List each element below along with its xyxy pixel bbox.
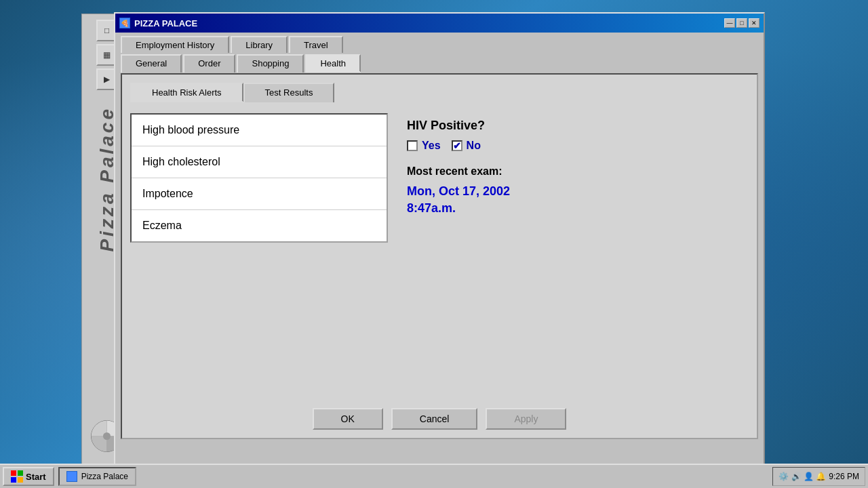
exam-section: Most recent exam: Mon, Oct 17, 2002 8:47…	[407, 165, 743, 217]
tab-shopping[interactable]: Shopping	[237, 54, 304, 73]
title-bar: 🍕 PIZZA PALACE — □ ✕	[115, 14, 764, 33]
condition-item-2[interactable]: Impotence	[132, 178, 387, 210]
exam-date: Mon, Oct 17, 2002 8:47a.m.	[407, 183, 743, 217]
title-bar-left: 🍕 PIZZA PALACE	[119, 18, 197, 28]
hiv-no-label: No	[467, 140, 481, 152]
health-content: High blood pressure High cholesterol Imp…	[130, 113, 749, 243]
minimize-button[interactable]: —	[724, 18, 735, 28]
taskbar-app-icon	[66, 471, 77, 482]
hiv-yes-checkbox[interactable]	[407, 140, 418, 151]
tab-employment-history[interactable]: Employment History	[121, 36, 229, 53]
taskbar-tray: ⚙️ 🔊 👤 🔔 9:26 PM	[772, 467, 865, 486]
restore-button[interactable]: □	[736, 18, 747, 28]
tab-health[interactable]: Health	[305, 54, 361, 73]
title-bar-buttons: — □ ✕	[724, 18, 760, 28]
tab-order[interactable]: Order	[183, 54, 235, 73]
taskbar: Start Pizza Palace ⚙️ 🔊 👤 🔔 9:26 PM	[0, 464, 868, 488]
exam-label: Most recent exam:	[407, 165, 743, 178]
conditions-list: High blood pressure High cholesterol Imp…	[130, 113, 388, 243]
close-button[interactable]: ✕	[749, 18, 760, 28]
svg-rect-4	[11, 477, 16, 483]
start-label: Start	[26, 472, 46, 482]
exam-date-line1: Mon, Oct 17, 2002	[407, 184, 510, 198]
tray-icons: ⚙️ 🔊 👤 🔔	[778, 472, 826, 481]
main-window: 🍕 PIZZA PALACE — □ ✕ Employment History …	[114, 12, 765, 473]
condition-item-3[interactable]: Eczema	[132, 210, 387, 241]
sub-tabs: Health Risk Alerts Test Results	[130, 83, 749, 102]
app-icon: 🍕	[119, 18, 130, 28]
start-button[interactable]: Start	[3, 467, 54, 486]
condition-item-1[interactable]: High cholesterol	[132, 146, 387, 178]
start-icon	[11, 470, 23, 483]
taskbar-app-label: Pizza Palace	[81, 472, 128, 481]
right-panel: HIV Positive? Yes ✔ No	[401, 113, 749, 243]
svg-rect-2	[11, 470, 16, 476]
hiv-label: HIV Positive?	[407, 119, 743, 133]
apply-button[interactable]: Apply	[486, 408, 566, 430]
sub-tab-health-risk-alerts[interactable]: Health Risk Alerts	[130, 83, 243, 102]
svg-rect-5	[18, 477, 23, 483]
tab-library[interactable]: Library	[231, 36, 288, 53]
hiv-no-checkbox[interactable]: ✔	[452, 140, 462, 151]
cancel-button[interactable]: Cancel	[391, 408, 478, 430]
ok-button[interactable]: OK	[313, 408, 383, 430]
window-title: PIZZA PALACE	[134, 18, 197, 28]
hiv-checkbox-row: Yes ✔ No	[407, 140, 743, 152]
tab-general[interactable]: General	[121, 54, 182, 73]
tab-travel[interactable]: Travel	[289, 36, 343, 53]
hiv-yes-label: Yes	[422, 140, 441, 152]
taskbar-time: 9:26 PM	[829, 472, 859, 481]
exam-date-line2: 8:47a.m.	[407, 201, 456, 215]
hiv-yes-item: Yes	[407, 140, 441, 152]
sub-tab-test-results[interactable]: Test Results	[243, 83, 335, 102]
hiv-section: HIV Positive? Yes ✔ No	[407, 119, 743, 152]
button-bar: OK Cancel Apply	[122, 408, 757, 430]
content-area: Health Risk Alerts Test Results High blo…	[121, 73, 758, 439]
taskbar-app-item[interactable]: Pizza Palace	[58, 467, 136, 486]
checkmark-icon: ✔	[453, 140, 461, 151]
tabs-row1: Employment History Library Travel Genera…	[115, 33, 764, 72]
svg-rect-3	[18, 470, 23, 476]
tab-row-2: General Order Shopping Health	[121, 54, 758, 72]
tab-row-1: Employment History Library Travel	[121, 35, 758, 52]
hiv-no-item: ✔ No	[452, 140, 481, 152]
condition-item-0[interactable]: High blood pressure	[132, 115, 387, 146]
svg-point-1	[103, 432, 111, 440]
